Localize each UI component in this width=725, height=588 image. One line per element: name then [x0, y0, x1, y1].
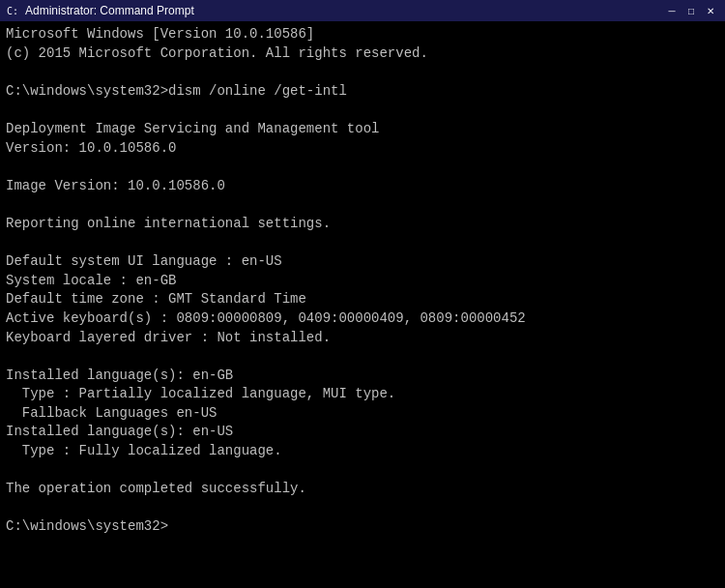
console-line: [6, 499, 719, 518]
console-line: [6, 347, 719, 367]
console-line: [6, 234, 719, 253]
console-line: [6, 195, 719, 215]
console-line: Default time zone : GMT Standard Time: [6, 290, 719, 309]
title-bar: C: Administrator: Command Prompt ─ □ ✕: [0, 0, 725, 21]
console-line: (c) 2015 Microsoft Corporation. All righ…: [6, 44, 719, 64]
svg-text:C:: C:: [7, 6, 18, 16]
console-line: [6, 63, 719, 82]
console-line: Image Version: 10.0.10586.0: [6, 177, 719, 196]
console-line: Reporting online international settings.: [6, 215, 719, 234]
close-button[interactable]: ✕: [702, 3, 719, 18]
cmd-icon: C:: [6, 4, 19, 17]
title-bar-controls: ─ □ ✕: [663, 3, 719, 18]
console-line: C:\windows\system32>: [6, 517, 719, 537]
console-line: Type : Partially localized language, MUI…: [6, 385, 719, 404]
maximize-button[interactable]: □: [682, 3, 700, 18]
console-line: Active keyboard(s) : 0809:00000809, 0409…: [6, 309, 719, 329]
console-line: [6, 158, 719, 177]
console-line: Installed language(s): en-GB: [6, 367, 719, 386]
console-area: Microsoft Windows [Version 10.0.10586](c…: [0, 21, 725, 541]
minimize-button[interactable]: ─: [663, 3, 681, 18]
console-line: Microsoft Windows [Version 10.0.10586]: [6, 25, 719, 44]
console-line: [6, 101, 719, 120]
console-line: Fallback Languages en-US: [6, 404, 719, 424]
console-line: Installed language(s): en-US: [6, 423, 719, 442]
console-line: System locale : en-GB: [6, 272, 719, 291]
console-line: Deployment Image Servicing and Managemen…: [6, 120, 719, 139]
title-bar-text: Administrator: Command Prompt: [25, 4, 657, 17]
console-line: Version: 10.0.10586.0: [6, 139, 719, 159]
console-line: [6, 461, 719, 481]
console-line: Keyboard layered driver : Not installed.: [6, 329, 719, 348]
console-line: Default system UI language : en-US: [6, 252, 719, 272]
console-line: The operation completed successfully.: [6, 480, 719, 499]
console-line: C:\windows\system32>dism /online /get-in…: [6, 82, 719, 102]
console-line: Type : Fully localized language.: [6, 442, 719, 461]
